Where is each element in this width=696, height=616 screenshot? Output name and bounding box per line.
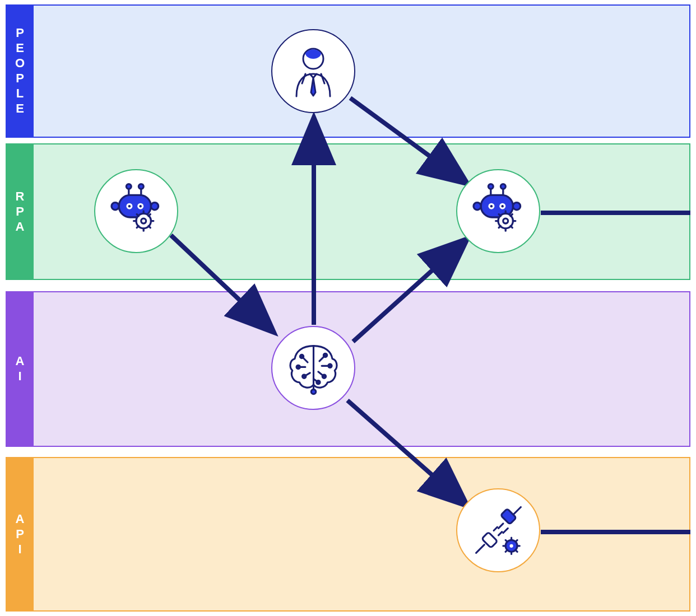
svg-line-62 — [503, 528, 507, 533]
svg-line-42 — [499, 226, 500, 227]
svg-line-64 — [494, 527, 497, 530]
robot-icon — [105, 180, 167, 242]
svg-line-53 — [319, 355, 326, 361]
svg-line-47 — [301, 356, 308, 362]
lane-ai-body — [33, 292, 690, 446]
svg-point-26 — [500, 184, 505, 189]
lane-people-label: PEOPLE — [12, 26, 27, 116]
brain-icon — [284, 339, 343, 398]
svg-line-41 — [511, 214, 512, 216]
node-robot-2 — [456, 169, 540, 253]
lane-api: API — [6, 457, 690, 612]
svg-line-22 — [149, 226, 150, 227]
lane-rpa-label: RPA — [12, 189, 27, 235]
svg-point-67 — [509, 544, 513, 547]
lane-rpa-tab: RPA — [6, 144, 33, 279]
svg-line-73 — [515, 540, 517, 542]
svg-line-75 — [515, 550, 517, 552]
svg-point-24 — [488, 184, 493, 189]
svg-line-43 — [511, 226, 512, 227]
svg-point-45 — [311, 389, 315, 394]
lane-people-body — [33, 5, 690, 137]
svg-point-11 — [112, 203, 119, 210]
plug-icon — [469, 501, 528, 560]
node-plug — [456, 488, 540, 572]
node-robot-1 — [94, 169, 178, 253]
node-brain — [271, 326, 355, 410]
svg-point-30 — [490, 205, 493, 207]
svg-line-20 — [149, 214, 150, 216]
svg-line-61 — [498, 523, 503, 528]
lane-ai-tab: AI — [6, 292, 33, 446]
lane-ai-label: AI — [12, 354, 27, 384]
svg-point-10 — [140, 205, 142, 207]
node-person — [271, 29, 355, 113]
svg-point-32 — [474, 203, 481, 210]
svg-point-9 — [128, 205, 131, 207]
svg-point-5 — [138, 184, 143, 189]
lane-api-tab: API — [6, 458, 33, 611]
svg-line-72 — [505, 540, 507, 542]
svg-line-19 — [137, 214, 138, 216]
diagram-canvas: PEOPLE RPA AI API — [0, 0, 696, 616]
svg-point-33 — [513, 203, 520, 210]
svg-point-3 — [126, 184, 131, 189]
svg-rect-60 — [500, 508, 516, 524]
svg-line-74 — [505, 550, 507, 552]
svg-point-12 — [151, 203, 158, 210]
svg-line-21 — [137, 226, 138, 227]
person-icon — [285, 43, 341, 99]
svg-line-40 — [499, 214, 500, 216]
lane-people-tab: PEOPLE — [6, 5, 33, 137]
robot-icon — [467, 180, 529, 242]
svg-point-31 — [502, 205, 504, 207]
lane-api-body — [33, 458, 690, 611]
lane-api-label: API — [12, 512, 27, 557]
svg-line-65 — [498, 531, 502, 535]
